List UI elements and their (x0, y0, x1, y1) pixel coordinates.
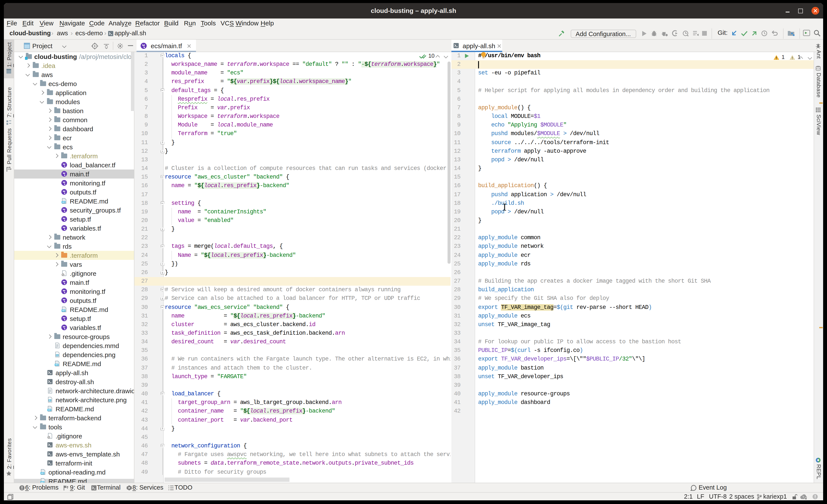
svg-text:MD: MD (48, 409, 51, 411)
svg-text:MD: MD (55, 363, 58, 366)
svg-text:MD: MD (41, 481, 44, 483)
svg-text:MD: MD (62, 201, 65, 203)
svg-text:MD: MD (62, 309, 65, 312)
svg-text:MD: MD (41, 472, 44, 474)
svg-text:?: ? (802, 495, 804, 499)
